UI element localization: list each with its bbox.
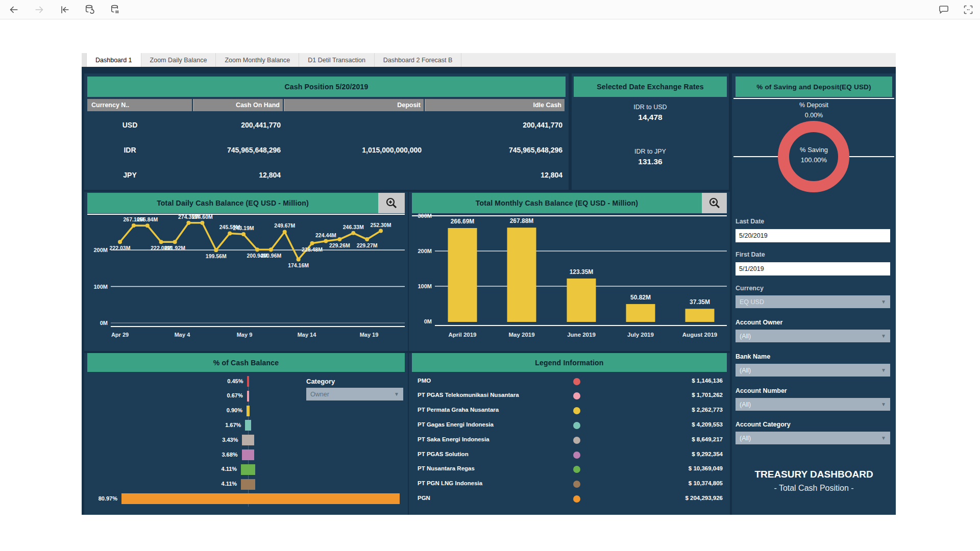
svg-text:266.69M: 266.69M [451, 218, 475, 225]
daily-point-16[interactable] [337, 237, 341, 241]
sidebar-panel: % of Saving and Deposit(EQ USD) % Deposi… [732, 73, 896, 515]
legend-name: PT PGN LNG Indonesia [418, 480, 482, 486]
pct-bar-2[interactable] [247, 406, 250, 416]
tab-dashboard-2-forecast-b[interactable]: Dashboard 2 Forecast B [375, 53, 462, 67]
filter-dropdown-account-owner[interactable]: (All)▼ [736, 330, 890, 342]
daily-point-19[interactable] [379, 229, 383, 233]
filter-dropdown-value: (All) [740, 401, 751, 408]
daily-point-9[interactable] [241, 232, 246, 236]
tab-d1-detil-transaction[interactable]: D1 Detil Transaction [299, 53, 375, 67]
svg-text:229.27M: 229.27M [357, 242, 378, 248]
column-header-idle-cash[interactable]: Idle Cash [425, 99, 565, 111]
pct-bar-label: 4.11% [198, 466, 237, 472]
daily-point-0[interactable] [118, 240, 122, 244]
filter-dropdown-account-number[interactable]: (All)▼ [736, 398, 890, 411]
daily-point-7[interactable] [214, 248, 218, 252]
daily-point-8[interactable] [228, 231, 232, 235]
svg-text:May 14: May 14 [298, 332, 317, 338]
daily-zoom-button[interactable] [378, 193, 405, 213]
monthly-zoom-button[interactable] [702, 193, 727, 213]
pct-bar-3[interactable] [245, 420, 251, 431]
daily-point-5[interactable] [186, 221, 190, 225]
row-currency: USD [87, 118, 193, 132]
filter-dropdown-account-category[interactable]: (All)▼ [736, 432, 890, 444]
refresh-data-icon[interactable] [82, 2, 97, 17]
svg-text:252.30M: 252.30M [371, 222, 391, 228]
cash-position-title: Cash Position 5/20/2019 [87, 77, 566, 97]
tab-dashboard-1[interactable]: Dashboard 1 [87, 53, 141, 67]
monthly-bar-july-2019[interactable] [626, 304, 655, 322]
pct-bar-label: 0.67% [204, 392, 243, 398]
svg-text:218.48M: 218.48M [302, 246, 323, 253]
monthly-bar-april-2019[interactable] [448, 228, 477, 322]
legend-row: PT Saka Energi Indonesia$ 8,649,217 [412, 435, 727, 446]
revert-icon[interactable] [57, 2, 72, 17]
legend-dot-icon [573, 481, 580, 488]
pct-bar-label: 4.11% [198, 481, 237, 487]
pct-bar-5[interactable] [242, 449, 255, 460]
daily-point-2[interactable] [145, 223, 150, 228]
pct-bar-4[interactable] [242, 435, 254, 445]
row-value: 745,965,648,296 [193, 143, 284, 157]
filter-dropdown-currency[interactable]: EQ USD▼ [736, 295, 890, 308]
svg-text:0M: 0M [100, 320, 108, 326]
daily-point-4[interactable] [173, 240, 177, 244]
daily-point-10[interactable] [255, 247, 259, 252]
application-window: Dashboard 1Zoom Daily BalanceZoom Monthl… [0, 0, 980, 551]
daily-point-3[interactable] [159, 240, 163, 244]
svg-text:37.35M: 37.35M [690, 298, 710, 306]
pause-data-icon[interactable] [107, 2, 122, 17]
pct-bar-6[interactable] [241, 464, 255, 475]
legend-name: PT Nusantara Regas [418, 465, 475, 471]
row-value: 745,965,648,296 [425, 143, 566, 157]
forward-icon[interactable] [32, 2, 47, 17]
svg-text:246.33M: 246.33M [343, 224, 364, 230]
daily-point-11[interactable] [269, 247, 273, 252]
daily-point-17[interactable] [351, 231, 355, 235]
monthly-bar-may-2019[interactable] [507, 228, 536, 322]
saving-label: % Saving 100.00% [732, 145, 896, 165]
legend-name: PGN [418, 495, 430, 501]
fullscreen-icon[interactable] [961, 2, 976, 17]
chevron-down-icon: ▼ [881, 367, 886, 373]
filter-input-first-date[interactable] [736, 262, 890, 276]
legend-value: $ 10,369,049 [689, 465, 723, 471]
daily-point-13[interactable] [297, 257, 301, 261]
daily-point-15[interactable] [324, 239, 328, 243]
column-header-currency-n-[interactable]: Currency N.. [87, 99, 192, 111]
svg-text:Apr 29: Apr 29 [111, 332, 129, 338]
pct-bar-0[interactable] [247, 376, 249, 387]
filter-input-last-date[interactable] [736, 229, 890, 242]
comment-icon[interactable] [936, 2, 951, 17]
column-header-cash-on-hand[interactable]: Cash On Hand [193, 99, 283, 111]
daily-point-12[interactable] [283, 230, 287, 234]
svg-text:June 2019: June 2019 [567, 332, 596, 338]
table-row: IDR745,965,648,2961,015,000,000,000745,9… [87, 143, 566, 157]
category-dropdown[interactable]: Owner ▼ [306, 388, 403, 400]
pct-bar-7[interactable] [241, 479, 255, 490]
daily-point-6[interactable] [200, 221, 204, 225]
daily-point-18[interactable] [365, 237, 369, 241]
tab-zoom-monthly-balance[interactable]: Zoom Monthly Balance [216, 53, 299, 67]
pct-bar-8[interactable] [121, 493, 400, 504]
filter-dropdown-bank-name[interactable]: (All)▼ [736, 364, 890, 377]
daily-point-1[interactable] [132, 223, 136, 228]
svg-text:May 9: May 9 [237, 332, 253, 338]
pct-bar-label: 0.45% [204, 378, 243, 384]
back-icon[interactable] [6, 2, 21, 17]
column-header-deposit[interactable]: Deposit [284, 99, 424, 111]
svg-text:224.44M: 224.44M [315, 232, 336, 238]
filter-label-first-date: First Date [736, 251, 765, 258]
legend-dot-icon [573, 378, 580, 385]
monthly-bar-august-2019[interactable] [685, 309, 715, 322]
monthly-bar-june-2019[interactable] [567, 279, 596, 322]
tab-zoom-daily-balance[interactable]: Zoom Daily Balance [141, 53, 216, 67]
pct-bar-1[interactable] [247, 391, 250, 402]
legend-row: PT Gagas Energi Indonesia$ 4,209,553 [412, 420, 727, 431]
svg-text:100M: 100M [418, 283, 432, 289]
svg-text:221.92M: 221.92M [164, 245, 185, 251]
daily-point-14[interactable] [310, 241, 314, 245]
svg-text:July 2019: July 2019 [627, 332, 654, 338]
filter-label-last-date: Last Date [736, 218, 764, 225]
toolbar [0, 0, 980, 19]
